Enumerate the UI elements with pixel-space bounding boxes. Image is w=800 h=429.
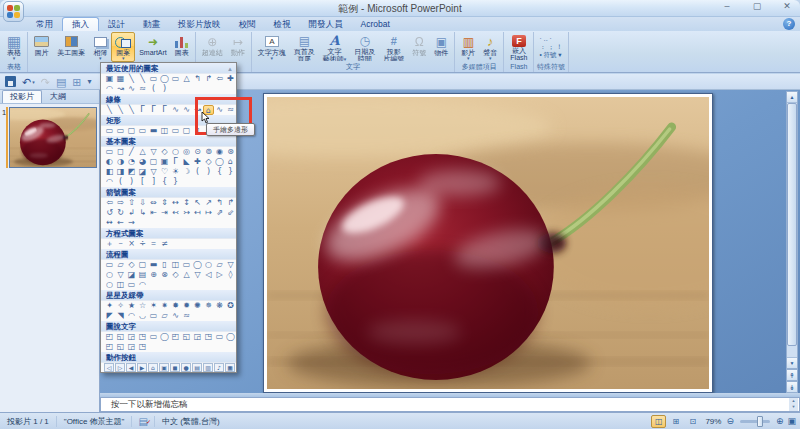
- shape-icon[interactable]: ⇨: [115, 198, 126, 208]
- symbol-row[interactable]: • 符號 ▾: [539, 51, 562, 59]
- shape-icon[interactable]: ＋: [104, 239, 115, 249]
- shape-icon[interactable]: ▣: [159, 363, 169, 372]
- shape-icon[interactable]: ◁: [203, 270, 214, 280]
- zoom-slider-thumb[interactable]: [757, 416, 763, 427]
- shape-icon[interactable]: ◰: [104, 332, 115, 342]
- shape-icon[interactable]: ＝: [148, 239, 159, 249]
- next-slide-button[interactable]: ↡: [786, 381, 798, 393]
- shape-icon[interactable]: ✷: [159, 301, 170, 311]
- shape-icon[interactable]: ↖: [192, 198, 203, 208]
- shape-icon[interactable]: ╱: [126, 147, 137, 157]
- scroll-down-icon[interactable]: ▼: [787, 357, 797, 368]
- shape-icon[interactable]: ▤: [192, 363, 202, 372]
- shape-icon[interactable]: ◲: [126, 332, 137, 342]
- fit-to-window-icon[interactable]: ▣: [785, 415, 798, 428]
- shape-icon[interactable]: (: [115, 177, 126, 187]
- minimize-button[interactable]: –: [720, 1, 734, 11]
- shape-icon[interactable]: ◀: [126, 363, 136, 372]
- shape-icon[interactable]: ✺: [192, 301, 203, 311]
- shape-icon[interactable]: ⊙: [192, 147, 203, 157]
- shape-icon[interactable]: ↺: [104, 208, 115, 218]
- shape-icon[interactable]: ↲: [126, 208, 137, 218]
- shape-icon[interactable]: ◠: [137, 280, 148, 290]
- zoom-slider[interactable]: [740, 420, 770, 423]
- ribbon-button-文字方塊[interactable]: 文字方塊▾: [254, 32, 290, 62]
- shape-icon[interactable]: ↰: [192, 74, 203, 84]
- shape-icon[interactable]: ⇝: [126, 218, 137, 228]
- shape-icon[interactable]: ⇩: [137, 198, 148, 208]
- normal-view-button[interactable]: ◫: [651, 415, 666, 428]
- shape-icon[interactable]: ✶: [148, 301, 159, 311]
- shape-icon[interactable]: ◥: [115, 311, 126, 321]
- shape-icon[interactable]: Γ: [170, 157, 181, 167]
- shape-icon[interactable]: ◲: [126, 342, 137, 352]
- shape-icon[interactable]: ⇤: [148, 208, 159, 218]
- shape-icon[interactable]: ◳: [137, 332, 148, 342]
- shape-icon[interactable]: ↔: [170, 198, 181, 208]
- shape-icon[interactable]: ▭: [214, 332, 225, 342]
- shape-icon[interactable]: ✧: [115, 301, 126, 311]
- shape-icon[interactable]: ∿: [181, 105, 192, 115]
- shape-icon[interactable]: ○: [104, 280, 115, 290]
- shape-icon[interactable]: ✵: [203, 301, 214, 311]
- shape-icon[interactable]: ▭: [148, 332, 159, 342]
- tab-動畫[interactable]: 動畫: [134, 17, 169, 31]
- shape-icon[interactable]: ◱: [115, 342, 126, 352]
- shape-icon[interactable]: ▬: [148, 260, 159, 270]
- shape-icon[interactable]: ◕: [137, 157, 148, 167]
- symbol-row[interactable]: ： ； ！: [539, 43, 562, 51]
- shape-icon[interactable]: ▭: [126, 280, 137, 290]
- shape-icon[interactable]: ◫: [159, 126, 170, 136]
- shape-icon[interactable]: ↝: [115, 84, 126, 94]
- shape-icon[interactable]: ◯: [159, 332, 170, 342]
- ribbon-button-動作[interactable]: ↦動作: [227, 32, 249, 62]
- shape-icon[interactable]: ⌂: [148, 363, 158, 372]
- shape-icon[interactable]: ⇦: [104, 198, 115, 208]
- shape-icon[interactable]: ◯: [159, 74, 170, 84]
- shape-icon[interactable]: △: [181, 270, 192, 280]
- shape-icon[interactable]: ▭: [148, 74, 159, 84]
- shape-icon[interactable]: ⇥: [159, 208, 170, 218]
- shape-icon[interactable]: ❋: [214, 301, 225, 311]
- shape-icon[interactable]: (: [148, 84, 159, 94]
- shape-icon[interactable]: ◨: [115, 167, 126, 177]
- tab-投影片放映[interactable]: 投影片放映: [169, 17, 230, 31]
- shape-icon[interactable]: Γ: [137, 105, 148, 115]
- shape-icon[interactable]: ◁: [104, 363, 114, 372]
- shape-icon[interactable]: ): [203, 167, 214, 177]
- shape-icon[interactable]: ╲: [126, 74, 137, 84]
- ribbon-button-SmartArt[interactable]: ➜SmartArt: [135, 32, 171, 62]
- shape-icon[interactable]: ☆: [137, 301, 148, 311]
- shape-icon[interactable]: ✸: [170, 301, 181, 311]
- shape-icon[interactable]: ∿: [170, 311, 181, 321]
- shape-icon[interactable]: △: [181, 74, 192, 84]
- shape-icon[interactable]: ⇔: [148, 198, 159, 208]
- shape-icon[interactable]: ◯: [192, 260, 203, 270]
- shape-icon[interactable]: ▢: [148, 157, 159, 167]
- shape-icon[interactable]: ▬: [148, 126, 159, 136]
- undo-button[interactable]: ↶▾: [22, 75, 35, 89]
- tab-Acrobat[interactable]: Acrobat: [352, 17, 399, 31]
- shape-icon[interactable]: ▣: [159, 157, 170, 167]
- shape-icon[interactable]: ✚: [192, 157, 203, 167]
- panel-tab-大綱[interactable]: 大綱: [43, 90, 73, 103]
- shape-icon[interactable]: ⇗: [214, 208, 225, 218]
- tab-檢視[interactable]: 檢視: [265, 17, 300, 31]
- shape-icon[interactable]: ○: [203, 260, 214, 270]
- shape-icon[interactable]: ◔: [126, 157, 137, 167]
- theme-name[interactable]: "Office 佈景主題": [57, 416, 133, 427]
- shape-icon[interactable]: ◉: [214, 147, 225, 157]
- shape-icon[interactable]: ▷: [214, 270, 225, 280]
- shape-icon[interactable]: ✚: [225, 74, 236, 84]
- scrollbar-thumb[interactable]: [787, 103, 797, 346]
- shape-icon[interactable]: ◎: [181, 147, 192, 157]
- shape-icon[interactable]: ↢: [170, 208, 181, 218]
- shape-icon[interactable]: ∿: [170, 105, 181, 115]
- shape-icon[interactable]: ◧: [104, 167, 115, 177]
- shape-icon[interactable]: Γ: [159, 105, 170, 115]
- scroll-up-icon[interactable]: ▲: [787, 92, 797, 103]
- shape-icon[interactable]: ◩: [126, 167, 137, 177]
- ribbon-button-表格[interactable]: ▦表格▾: [3, 32, 25, 62]
- slide-sorter-view-button[interactable]: ⊞: [668, 415, 683, 428]
- zoom-in-icon[interactable]: ⊕: [776, 415, 784, 428]
